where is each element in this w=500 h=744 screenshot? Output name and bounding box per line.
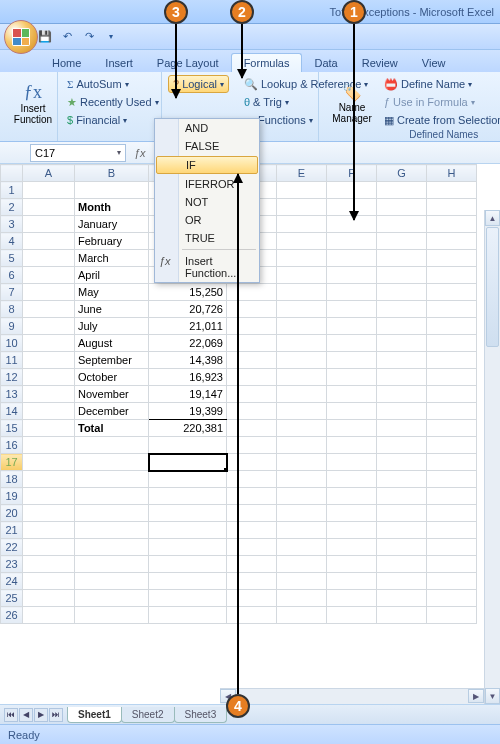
cell[interactable] [149,471,227,488]
row-header[interactable]: 5 [1,250,23,267]
cell[interactable] [327,522,377,539]
cell[interactable] [377,505,427,522]
scroll-thumb[interactable] [486,227,499,347]
cell[interactable]: 22,069 [149,335,227,352]
cell[interactable] [75,454,149,471]
office-button[interactable] [4,20,38,54]
cell[interactable] [427,573,477,590]
cell[interactable] [327,505,377,522]
undo-icon[interactable]: ↶ [58,28,76,46]
cell[interactable] [427,216,477,233]
cell[interactable] [23,386,75,403]
cell[interactable] [23,573,75,590]
cell[interactable] [149,607,227,624]
cell[interactable]: 20,726 [149,301,227,318]
cell[interactable] [377,590,427,607]
cell[interactable] [427,267,477,284]
cell[interactable] [427,488,477,505]
cell[interactable] [377,335,427,352]
cell[interactable] [277,607,327,624]
cell[interactable] [75,522,149,539]
cell[interactable] [327,233,377,250]
cell[interactable]: December [75,403,149,420]
cell[interactable] [427,369,477,386]
cell[interactable] [75,182,149,199]
cell[interactable] [327,488,377,505]
cell[interactable] [149,573,227,590]
menu-item-if[interactable]: IF [156,156,258,174]
cell[interactable] [377,488,427,505]
cell[interactable] [23,556,75,573]
row-header[interactable]: 6 [1,267,23,284]
fx-button[interactable]: ƒx [134,147,146,159]
cell[interactable] [23,216,75,233]
cell[interactable] [427,335,477,352]
cell[interactable] [377,233,427,250]
cell[interactable] [427,301,477,318]
cell[interactable]: July [75,318,149,335]
cell[interactable]: February [75,233,149,250]
cell[interactable] [377,318,427,335]
row-header[interactable]: 25 [1,590,23,607]
cell[interactable] [75,607,149,624]
cell[interactable] [327,471,377,488]
tab-home[interactable]: Home [40,54,93,72]
row-header[interactable]: 10 [1,335,23,352]
cell[interactable] [23,590,75,607]
cell[interactable] [327,420,377,437]
cell[interactable]: 15,250 [149,284,227,301]
cell[interactable] [377,267,427,284]
cell[interactable]: 19,399 [149,403,227,420]
menu-item-and[interactable]: AND [155,119,259,137]
cell[interactable] [277,437,327,454]
row-header[interactable]: 21 [1,522,23,539]
cell[interactable] [277,573,327,590]
tab-insert[interactable]: Insert [93,54,145,72]
cell[interactable] [149,590,227,607]
row-header[interactable]: 19 [1,488,23,505]
cell[interactable] [23,352,75,369]
cell[interactable]: 14,398 [149,352,227,369]
cell[interactable]: August [75,335,149,352]
cell[interactable]: April [75,267,149,284]
insert-function-button[interactable]: ƒx Insert Function [6,75,60,131]
cell[interactable] [427,556,477,573]
cell[interactable] [149,454,227,471]
cell[interactable] [75,573,149,590]
cell[interactable] [427,539,477,556]
cell[interactable] [427,420,477,437]
row-header[interactable]: 22 [1,539,23,556]
row-header[interactable]: 8 [1,301,23,318]
row-header[interactable]: 2 [1,199,23,216]
recently-used-button[interactable]: ★Recently Used▾ [64,93,155,111]
create-from-selection-button[interactable]: ▦Create from Selection [381,111,500,129]
cell[interactable] [23,437,75,454]
qat-customize-icon[interactable]: ▾ [102,28,120,46]
cell[interactable] [23,420,75,437]
cell[interactable] [427,352,477,369]
sheet-tab-sheet1[interactable]: Sheet1 [67,707,122,723]
horizontal-scrollbar[interactable]: ◀ ▶ [220,688,484,704]
cell[interactable] [327,267,377,284]
autosum-button[interactable]: ΣAutoSum▾ [64,75,155,93]
cell[interactable] [427,182,477,199]
cell[interactable] [23,284,75,301]
cell[interactable]: March [75,250,149,267]
cell[interactable] [427,403,477,420]
cell[interactable] [277,267,327,284]
cell[interactable] [277,199,327,216]
cell[interactable] [377,284,427,301]
row-header[interactable]: 3 [1,216,23,233]
menu-item-false[interactable]: FALSE [155,137,259,155]
cell[interactable] [327,539,377,556]
cell[interactable] [427,284,477,301]
cell[interactable] [427,437,477,454]
cell[interactable] [327,369,377,386]
cell[interactable] [277,318,327,335]
cell[interactable] [377,386,427,403]
select-all-corner[interactable] [1,165,23,182]
cell[interactable]: Total [75,420,149,437]
cell[interactable] [427,318,477,335]
cell[interactable] [377,182,427,199]
row-header[interactable]: 11 [1,352,23,369]
